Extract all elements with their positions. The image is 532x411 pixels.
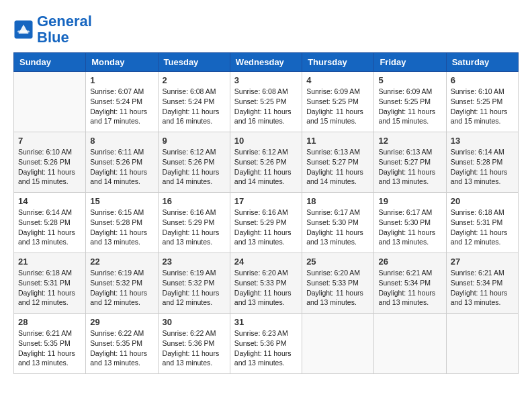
daylight-label: Daylight: 11 hours and 12 minutes. — [90, 289, 147, 307]
calendar-cell: 6Sunrise: 6:10 AMSunset: 5:25 PMDaylight… — [446, 72, 518, 132]
day-info: Sunrise: 6:17 AMSunset: 5:30 PMDaylight:… — [306, 208, 369, 247]
sunset-label: Sunset: 5:33 PM — [234, 279, 287, 287]
calendar-cell: 11Sunrise: 6:13 AMSunset: 5:27 PMDayligh… — [302, 132, 374, 193]
sunrise-label: Sunrise: 6:11 AM — [90, 148, 144, 156]
sunset-label: Sunset: 5:31 PM — [451, 218, 503, 226]
sunrise-label: Sunrise: 6:20 AM — [234, 269, 288, 277]
day-number: 23 — [163, 257, 226, 267]
calendar-cell: 7Sunrise: 6:10 AMSunset: 5:26 PMDaylight… — [14, 132, 86, 193]
weekday-header-wednesday: Wednesday — [230, 53, 302, 72]
day-number: 10 — [234, 136, 298, 146]
sunrise-label: Sunrise: 6:16 AM — [163, 208, 216, 216]
calendar-cell: 15Sunrise: 6:15 AMSunset: 5:28 PMDayligh… — [86, 193, 158, 253]
sunrise-label: Sunrise: 6:08 AM — [163, 87, 216, 95]
sunset-label: Sunset: 5:24 PM — [163, 97, 215, 105]
sunset-label: Sunset: 5:27 PM — [306, 158, 359, 166]
weekday-header-thursday: Thursday — [302, 53, 374, 72]
sunrise-label: Sunrise: 6:07 AM — [90, 87, 144, 95]
sunset-label: Sunset: 5:30 PM — [378, 218, 431, 226]
day-number: 1 — [90, 75, 153, 85]
sunset-label: Sunset: 5:24 PM — [90, 97, 142, 105]
weekday-header-saturday: Saturday — [446, 53, 518, 72]
daylight-label: Daylight: 11 hours and 13 minutes. — [234, 289, 292, 307]
weekday-header-row: SundayMondayTuesdayWednesdayThursdayFrid… — [14, 53, 519, 72]
day-number: 31 — [234, 317, 298, 327]
sunrise-label: Sunrise: 6:09 AM — [378, 87, 432, 95]
calendar-cell: 9Sunrise: 6:12 AMSunset: 5:26 PMDaylight… — [158, 132, 230, 193]
logo-general: General — [37, 13, 92, 30]
sunrise-label: Sunrise: 6:09 AM — [306, 87, 360, 95]
calendar-cell: 27Sunrise: 6:21 AMSunset: 5:34 PMDayligh… — [446, 253, 518, 314]
sunset-label: Sunset: 5:25 PM — [306, 97, 359, 105]
svg-rect-2 — [17, 31, 30, 33]
day-number: 8 — [90, 136, 153, 146]
sunrise-label: Sunrise: 6:21 AM — [451, 269, 504, 277]
day-number: 13 — [451, 136, 514, 146]
calendar-cell: 28Sunrise: 6:21 AMSunset: 5:35 PMDayligh… — [14, 314, 86, 374]
calendar-cell — [302, 314, 374, 374]
calendar-cell: 25Sunrise: 6:20 AMSunset: 5:33 PMDayligh… — [302, 253, 374, 314]
day-info: Sunrise: 6:14 AMSunset: 5:28 PMDaylight:… — [18, 208, 81, 247]
day-info: Sunrise: 6:12 AMSunset: 5:26 PMDaylight:… — [234, 147, 298, 187]
sunrise-label: Sunrise: 6:23 AM — [234, 329, 288, 337]
calendar-cell: 4Sunrise: 6:09 AMSunset: 5:25 PMDaylight… — [302, 72, 374, 132]
day-info: Sunrise: 6:10 AMSunset: 5:26 PMDaylight:… — [18, 147, 81, 187]
logo: General Blue — [13, 13, 92, 46]
day-number: 16 — [163, 196, 226, 206]
sunrise-label: Sunrise: 6:08 AM — [234, 87, 288, 95]
daylight-label: Daylight: 11 hours and 14 minutes. — [90, 168, 147, 186]
calendar-cell: 10Sunrise: 6:12 AMSunset: 5:26 PMDayligh… — [230, 132, 302, 193]
sunset-label: Sunset: 5:26 PM — [163, 158, 215, 166]
calendar-cell: 26Sunrise: 6:21 AMSunset: 5:34 PMDayligh… — [374, 253, 446, 314]
day-number: 17 — [234, 196, 298, 206]
day-info: Sunrise: 6:13 AMSunset: 5:27 PMDaylight:… — [306, 147, 369, 187]
sunrise-label: Sunrise: 6:13 AM — [378, 148, 432, 156]
sunrise-label: Sunrise: 6:17 AM — [306, 208, 360, 216]
day-info: Sunrise: 6:21 AMSunset: 5:34 PMDaylight:… — [451, 268, 514, 308]
daylight-label: Daylight: 11 hours and 13 minutes. — [18, 228, 75, 246]
sunrise-label: Sunrise: 6:22 AM — [90, 329, 144, 337]
week-row-1: 1Sunrise: 6:07 AMSunset: 5:24 PMDaylight… — [14, 72, 519, 132]
day-number: 15 — [90, 196, 153, 206]
day-number: 6 — [451, 75, 514, 85]
daylight-label: Daylight: 11 hours and 15 minutes. — [18, 168, 75, 186]
day-info: Sunrise: 6:07 AMSunset: 5:24 PMDaylight:… — [90, 87, 153, 126]
sunrise-label: Sunrise: 6:17 AM — [378, 208, 432, 216]
day-info: Sunrise: 6:11 AMSunset: 5:26 PMDaylight:… — [90, 147, 153, 187]
daylight-label: Daylight: 11 hours and 13 minutes. — [306, 289, 363, 307]
calendar-cell: 21Sunrise: 6:18 AMSunset: 5:31 PMDayligh… — [14, 253, 86, 314]
daylight-label: Daylight: 11 hours and 13 minutes. — [18, 349, 75, 367]
day-number: 9 — [163, 136, 226, 146]
day-info: Sunrise: 6:16 AMSunset: 5:29 PMDaylight:… — [234, 208, 298, 247]
sunset-label: Sunset: 5:25 PM — [378, 97, 431, 105]
logo-blue: Blue — [37, 29, 69, 46]
sunset-label: Sunset: 5:28 PM — [90, 218, 142, 226]
day-info: Sunrise: 6:18 AMSunset: 5:31 PMDaylight:… — [451, 208, 514, 247]
sunset-label: Sunset: 5:26 PM — [234, 158, 287, 166]
daylight-label: Daylight: 11 hours and 13 minutes. — [234, 349, 292, 367]
daylight-label: Daylight: 11 hours and 12 minutes. — [163, 289, 220, 307]
daylight-label: Daylight: 11 hours and 13 minutes. — [378, 289, 435, 307]
day-info: Sunrise: 6:19 AMSunset: 5:32 PMDaylight:… — [90, 268, 153, 308]
sunset-label: Sunset: 5:34 PM — [378, 279, 431, 287]
day-info: Sunrise: 6:22 AMSunset: 5:36 PMDaylight:… — [163, 328, 226, 368]
sunset-label: Sunset: 5:26 PM — [18, 158, 71, 166]
week-row-2: 7Sunrise: 6:10 AMSunset: 5:26 PMDaylight… — [14, 132, 519, 193]
daylight-label: Daylight: 11 hours and 13 minutes. — [90, 228, 147, 246]
daylight-label: Daylight: 11 hours and 17 minutes. — [90, 107, 147, 126]
daylight-label: Daylight: 11 hours and 13 minutes. — [163, 349, 220, 367]
day-number: 3 — [234, 75, 298, 85]
sunset-label: Sunset: 5:32 PM — [90, 279, 142, 287]
weekday-header-tuesday: Tuesday — [158, 53, 230, 72]
sunset-label: Sunset: 5:26 PM — [90, 158, 142, 166]
calendar-cell: 17Sunrise: 6:16 AMSunset: 5:29 PMDayligh… — [230, 193, 302, 253]
weekday-header-sunday: Sunday — [14, 53, 86, 72]
daylight-label: Daylight: 11 hours and 13 minutes. — [378, 228, 435, 246]
calendar-cell: 19Sunrise: 6:17 AMSunset: 5:30 PMDayligh… — [374, 193, 446, 253]
calendar-cell: 24Sunrise: 6:20 AMSunset: 5:33 PMDayligh… — [230, 253, 302, 314]
day-info: Sunrise: 6:13 AMSunset: 5:27 PMDaylight:… — [378, 147, 441, 187]
sunrise-label: Sunrise: 6:18 AM — [18, 269, 72, 277]
sunrise-label: Sunrise: 6:13 AM — [306, 148, 360, 156]
weekday-header-friday: Friday — [374, 53, 446, 72]
daylight-label: Daylight: 11 hours and 13 minutes. — [163, 228, 220, 246]
